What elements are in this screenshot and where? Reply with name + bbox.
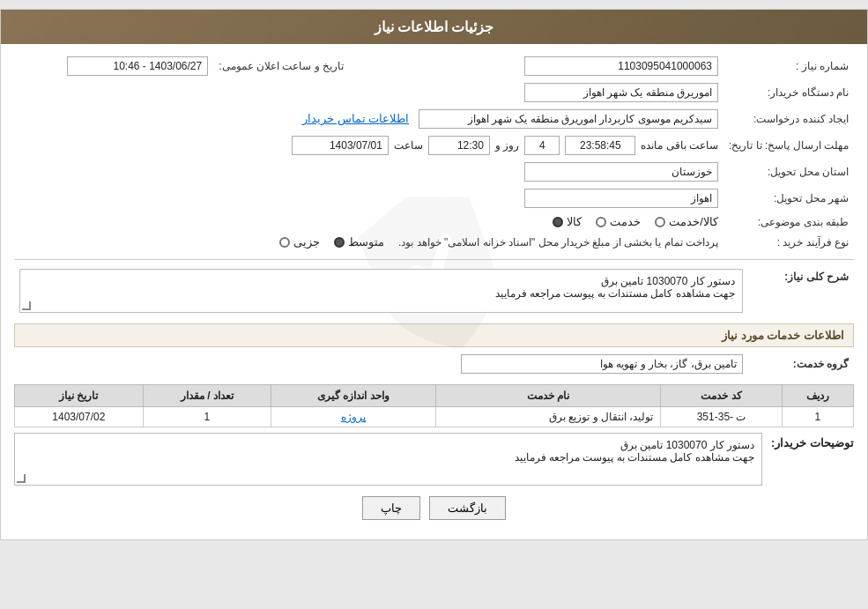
city-label: شهر محل تحویل:: [723, 185, 854, 212]
category-label: طبقه بندی موضوعی:: [723, 212, 854, 232]
deadline-days-field: 4: [524, 136, 560, 155]
row-code: ت -35-351: [661, 407, 782, 427]
service-group-value: تامین برق، گاز، بخار و تهویه هوا: [14, 351, 748, 377]
row-qty: 1: [143, 407, 271, 427]
col-header-name: نام خدمت: [435, 385, 661, 407]
purchase-type-row: پرداخت تمام یا بخشی از مبلغ خریدار محل "…: [19, 235, 718, 249]
description-cell: دستور کار 1030070 تامین برقجهت مشاهده کا…: [14, 265, 748, 316]
services-table: ردیف کد خدمت نام خدمت واحد اندازه گیری ت…: [14, 384, 854, 427]
buyer-desc-resize-icon: [17, 474, 26, 483]
row-name: تولید، انتقال و توزیع برق: [435, 407, 661, 427]
purchase-option-medium[interactable]: متوسط: [334, 235, 384, 249]
row-date: 1403/07/02: [15, 407, 144, 427]
org-name-label: نام دستگاه خریدار:: [723, 79, 854, 106]
org-name-value: اموریرق منطقه یک شهر اهواز: [375, 79, 723, 106]
city-value: اهواز: [375, 185, 723, 212]
remaining-label: ساعت باقی مانده: [641, 139, 718, 152]
category-option-goods[interactable]: کالا: [553, 215, 582, 228]
category-goods-radio[interactable]: [553, 217, 563, 227]
creator-field: سیدکریم موسوی کاربردار اموریرق منطقه یک …: [419, 109, 718, 129]
page-title: جزئیات اطلاعات نیاز: [375, 19, 494, 34]
col-header-code: کد خدمت: [661, 385, 782, 407]
date-label: تاریخ و ساعت اعلان عمومی:: [213, 53, 349, 79]
deadline-label: مهلت ارسال پاسخ: تا تاریخ:: [723, 132, 854, 159]
category-goods-service-radio[interactable]: [596, 217, 606, 227]
row-number: 1: [782, 407, 853, 427]
col-header-date: تاریخ نیاز: [15, 385, 144, 407]
category-option-service[interactable]: کالا/خدمت: [655, 215, 718, 228]
col-header-row: ردیف: [782, 385, 853, 407]
print-button[interactable]: چاپ: [362, 496, 420, 520]
category-goods-service-label: خدمت: [610, 215, 641, 228]
category-option-goods-service[interactable]: خدمت: [596, 215, 641, 228]
purchase-type-label: نوع فرآیند خرید :: [723, 232, 854, 252]
remaining-time-field: 23:58:45: [565, 136, 635, 155]
category-service-label: کالا/خدمت: [669, 215, 718, 228]
province-field: خوزستان: [524, 162, 718, 182]
col-header-qty: تعداد / مقدار: [143, 385, 271, 407]
purchase-medium-label: متوسط: [348, 235, 384, 249]
footer-buttons: بازگشت چاپ: [14, 496, 854, 520]
deadline-day-label: روز و: [495, 139, 519, 152]
province-label: استان محل تحویل:: [723, 159, 854, 185]
org-name-field: اموریرق منطقه یک شهر اهواز: [524, 83, 718, 102]
buyer-desc-content: دستور کار 1030070 تامین برقجهت مشاهده کا…: [14, 433, 762, 486]
deadline-row: 1403/07/01 ساعت 12:30 روز و 4 23:58:45 س…: [19, 136, 718, 155]
page-header: جزئیات اطلاعات نیاز: [1, 10, 867, 44]
service-group-table: گروه خدمت: تامین برق، گاز، بخار و تهویه …: [14, 351, 854, 377]
purchase-option-partial[interactable]: جزیی: [279, 235, 320, 249]
services-section-header: اطلاعات خدمات مورد نیاز: [14, 323, 854, 347]
need-number-label: شماره نیاز :: [723, 53, 854, 79]
date-field: 1403/06/27 - 10:46: [67, 56, 208, 76]
row-unit-link[interactable]: پروژه: [341, 411, 366, 423]
purchase-medium-radio[interactable]: [334, 237, 345, 248]
need-number-field: 1103095041000063: [524, 56, 718, 76]
description-text: دستور کار 1030070 تامین برقجهت مشاهده کا…: [495, 275, 735, 300]
col-header-unit: واحد اندازه گیری: [271, 385, 435, 407]
creator-value: سیدکریم موسوی کاربردار اموریرق منطقه یک …: [213, 106, 723, 132]
deadline-time-label: ساعت: [394, 139, 423, 152]
date-value: 1403/06/27 - 10:46: [14, 53, 213, 79]
back-button[interactable]: بازگشت: [429, 496, 506, 520]
description-table: شرح کلی نیاز: دستور کار 1030070 تامین بر…: [14, 265, 854, 316]
contact-link[interactable]: اطلاعات تماس خریدار: [302, 112, 409, 125]
table-row: 1 ت -35-351 تولید، انتقال و توزیع برق پر…: [15, 407, 854, 427]
need-number-value: 1103095041000063: [375, 53, 723, 79]
province-value: خوزستان: [375, 159, 723, 185]
purchase-note: پرداخت تمام یا بخشی از مبلغ خریدار محل "…: [398, 236, 718, 249]
purchase-partial-radio[interactable]: [279, 237, 290, 248]
description-label: شرح کلی نیاز:: [748, 265, 854, 316]
category-radio-group: کالا/خدمت خدمت کالا: [19, 215, 718, 228]
buyer-desc-text: دستور کار 1030070 تامین برقجهت مشاهده کا…: [515, 439, 754, 464]
service-group-label: گروه خدمت:: [748, 351, 854, 377]
main-info-table: شماره نیاز : 1103095041000063 تاریخ و سا…: [14, 53, 854, 252]
purchase-partial-label: جزیی: [293, 235, 320, 249]
service-group-field: تامین برق، گاز، بخار و تهویه هوا: [461, 354, 743, 374]
resize-icon: [22, 301, 31, 310]
category-service-radio[interactable]: [655, 217, 665, 227]
buyer-desc-label: توضیحات خریدار:: [771, 433, 854, 449]
deadline-date-field: 1403/07/01: [292, 136, 389, 155]
creator-label: ایجاد کننده درخواست:: [723, 106, 854, 132]
buyer-desc-row: توضیحات خریدار: دستور کار 1030070 تامین …: [14, 433, 854, 486]
category-goods-label: کالا: [567, 215, 582, 228]
separator-1: [14, 259, 854, 260]
row-unit: پروژه: [271, 407, 435, 427]
description-box: دستور کار 1030070 تامین برقجهت مشاهده کا…: [19, 269, 743, 313]
deadline-time-field: 12:30: [428, 136, 490, 155]
city-field: اهواز: [524, 189, 718, 208]
